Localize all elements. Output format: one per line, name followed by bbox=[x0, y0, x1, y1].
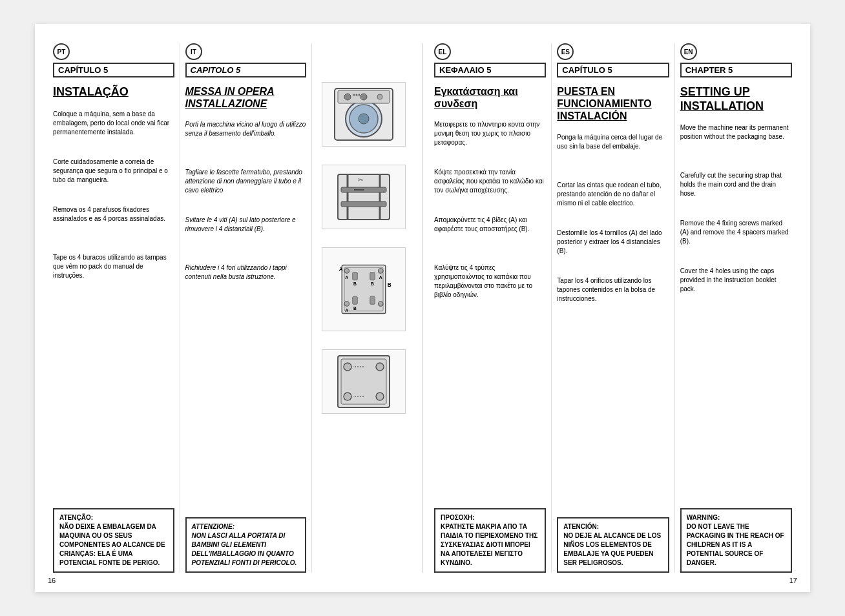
es-section-title: PUESTA EN FUNCIONAMIENTO INSTALACIÓN bbox=[557, 85, 669, 123]
el-step3: Απομακρύνετε τις 4 βίδες (Α) και αφαιρέσ… bbox=[434, 216, 546, 248]
es-lang-badge: ES bbox=[557, 43, 574, 60]
left-half: PT CAPÍTULO 5 INSTALAÇÃO Coloque a máqui… bbox=[48, 43, 422, 573]
svg-text:A: A bbox=[339, 267, 343, 272]
en-step2: Carefully cut the securing strap that ho… bbox=[680, 171, 792, 203]
pt-step3: Remova os 4 parafusos fixadores assinala… bbox=[53, 205, 174, 238]
el-step1: Μεταφερετε το πλυντηριο κοντα στην μονιμ… bbox=[434, 120, 546, 152]
en-chapter: CHAPTER 5 bbox=[680, 63, 792, 77]
pt-chapter: CAPÍTULO 5 bbox=[53, 63, 174, 77]
svg-rect-11 bbox=[338, 174, 390, 220]
svg-rect-19 bbox=[344, 267, 383, 311]
svg-rect-33 bbox=[370, 296, 375, 304]
svg-point-6 bbox=[360, 94, 367, 100]
pt-section-title: INSTALAÇÃO bbox=[53, 85, 174, 99]
svg-point-9 bbox=[356, 94, 358, 96]
el-section-title: Εγκατάσταση και συνδεση bbox=[434, 85, 546, 110]
it-step1: Porti la macchina vicino al luogo di uti… bbox=[185, 120, 307, 152]
el-step4: Καλύψτε τις 4 τρύπες χρησιμοποιώντας τα … bbox=[434, 263, 546, 300]
en-step1: Move the machine near its permanent posi… bbox=[680, 123, 792, 156]
svg-point-5 bbox=[344, 94, 351, 100]
svg-rect-29 bbox=[370, 272, 375, 280]
images-column: ✂ A A A bbox=[312, 43, 415, 573]
left-page-number: 16 bbox=[48, 577, 56, 584]
es-chapter: CAPÍTULO 5 bbox=[557, 63, 669, 77]
svg-text:B: B bbox=[371, 282, 374, 286]
es-column: ES CAPÍTULO 5 PUESTA EN FUNCIONAMIENTO I… bbox=[552, 43, 674, 573]
el-step2: Κόψτε προσεκτικά την ταινία ασφαλείας πο… bbox=[434, 168, 546, 200]
en-lang-badge: EN bbox=[680, 43, 697, 60]
svg-point-39 bbox=[376, 363, 384, 371]
svg-point-3 bbox=[359, 114, 369, 124]
es-step2: Cortar las cintas que rodean el tubo, pr… bbox=[557, 181, 669, 213]
illustration-4 bbox=[322, 349, 406, 414]
svg-text:A: A bbox=[379, 275, 382, 280]
el-column: EL ΚΕΦΑΛΑΙΟ 5 Εγκατάσταση και συνδεση Με… bbox=[429, 43, 552, 573]
svg-text:B: B bbox=[353, 306, 357, 311]
pt-step2: Corte cuidadosamente a correia de segura… bbox=[53, 158, 174, 190]
pt-lang-badge: PT bbox=[53, 43, 70, 60]
el-lang-badge: EL bbox=[434, 43, 451, 60]
svg-point-26 bbox=[379, 302, 384, 307]
svg-point-10 bbox=[359, 94, 360, 96]
it-section-title: MESSA IN OPERA INSTALLAZIONE bbox=[185, 85, 307, 110]
it-step2: Tagliare le fascette fermatubo, prestand… bbox=[185, 168, 307, 200]
en-section-title: SETTING UP INSTALLATION bbox=[680, 85, 792, 113]
svg-text:✂: ✂ bbox=[358, 176, 363, 183]
svg-text:A: A bbox=[345, 308, 348, 313]
pt-column: PT CAPÍTULO 5 INSTALAÇÃO Coloque a máqui… bbox=[48, 43, 180, 573]
page: PT CAPÍTULO 5 INSTALAÇÃO Coloque a máqui… bbox=[35, 24, 810, 592]
es-step1: Ponga la máquina cerca del lugar de uso … bbox=[557, 133, 669, 165]
right-page-number: 17 bbox=[789, 577, 797, 584]
svg-point-38 bbox=[344, 363, 351, 371]
svg-rect-27 bbox=[353, 272, 358, 280]
en-warning: WARNING: DO NOT LEAVE THE PACKAGING IN T… bbox=[680, 508, 792, 573]
illustration-3: A A A B B B A B bbox=[322, 247, 406, 331]
svg-text:B: B bbox=[353, 282, 357, 286]
es-warning: ATENCIÓN: NO DEJE AL ALCANCE DE LOS NIÑO… bbox=[557, 517, 669, 573]
it-step4: Richiudere i 4 fori utilizzando i tappi … bbox=[185, 263, 307, 296]
it-lang-badge: IT bbox=[185, 43, 202, 60]
right-half: EL ΚΕΦΑΛΑΙΟ 5 Εγκατάσταση και συνδεση Με… bbox=[422, 43, 797, 573]
it-step3: Svitare le 4 viti (A) sul lato posterior… bbox=[185, 216, 307, 248]
svg-point-41 bbox=[376, 393, 384, 400]
en-step3: Remove the 4 fixing screws marked (A) an… bbox=[680, 219, 792, 251]
svg-point-7 bbox=[377, 94, 382, 99]
pt-step1: Coloque a máquina, sem a base da embalag… bbox=[53, 110, 174, 142]
illustration-1 bbox=[322, 82, 406, 147]
svg-point-40 bbox=[344, 393, 351, 400]
es-step4: Tapar los 4 orificios utilizando los tap… bbox=[557, 276, 669, 309]
svg-text:A: A bbox=[345, 275, 348, 280]
svg-rect-31 bbox=[353, 296, 358, 304]
svg-point-20 bbox=[344, 269, 349, 274]
svg-point-22 bbox=[379, 269, 384, 274]
illustration-2: ✂ bbox=[322, 165, 406, 229]
svg-rect-15 bbox=[341, 201, 386, 207]
el-warning: ΠΡΟΣΟΧΗ: ΚΡΑΤΗΣΤΕ ΜΑΚΡΙΑ ΑΠΟ ΤΑ ΠΑΙΔΙΑ Τ… bbox=[434, 508, 546, 573]
pt-step4: Tape os 4 buracos utilizando as tampas q… bbox=[53, 253, 174, 285]
en-step4: Cover the 4 holes using the caps provide… bbox=[680, 267, 792, 299]
en-column: EN CHAPTER 5 SETTING UP INSTALLATION Mov… bbox=[675, 43, 797, 573]
svg-text:B: B bbox=[388, 282, 391, 288]
pt-warning: ATENÇÃO: NÃO DEIXE A EMBALAGEM DA MAQUIN… bbox=[53, 508, 174, 573]
svg-point-8 bbox=[353, 94, 355, 96]
it-column: IT CAPITOLO 5 MESSA IN OPERA INSTALLAZIO… bbox=[180, 43, 313, 573]
svg-point-24 bbox=[344, 302, 349, 307]
es-step3: Destornille los 4 tornillos (A) del lado… bbox=[557, 229, 669, 261]
it-chapter: CAPITOLO 5 bbox=[185, 63, 307, 77]
el-chapter: ΚΕΦΑΛΑΙΟ 5 bbox=[434, 63, 546, 77]
it-warning: ATTENZIONE: NON LASCI ALLA PORTATA DI BA… bbox=[185, 517, 307, 573]
